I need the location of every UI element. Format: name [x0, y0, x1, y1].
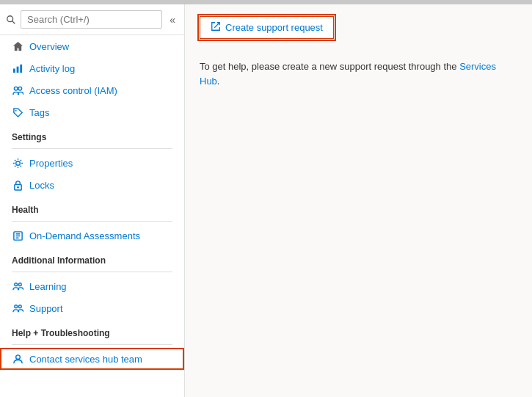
collapse-button[interactable]: «: [167, 12, 178, 27]
additional-section-label: Additional Information: [0, 247, 184, 269]
content-area: Create support request To get help, plea…: [185, 4, 532, 397]
sidebar-item-label: Overview: [29, 41, 69, 52]
health-section-label: Health: [0, 196, 184, 218]
svg-point-0: [7, 15, 13, 21]
sidebar-item-iam[interactable]: Access control (IAM): [0, 79, 184, 101]
sidebar: « Overview Activity log: [0, 4, 185, 397]
settings-section-label: Settings: [0, 123, 184, 145]
external-link-icon: [211, 21, 221, 34]
properties-icon: [12, 157, 23, 169]
lock-icon: [12, 179, 23, 191]
home-icon: [12, 40, 23, 52]
learning-icon: [12, 280, 23, 292]
sidebar-item-on-demand[interactable]: On-Demand Assessments: [0, 225, 184, 247]
main-layout: « Overview Activity log: [0, 4, 532, 397]
sidebar-item-overview[interactable]: Overview: [0, 35, 184, 57]
settings-divider: [12, 148, 172, 149]
support-icon: [12, 302, 23, 314]
svg-point-6: [18, 87, 21, 90]
assessment-icon: [12, 230, 23, 241]
services-hub-link[interactable]: Services Hub: [200, 61, 496, 87]
sidebar-item-learning[interactable]: Learning: [0, 275, 184, 297]
sidebar-item-label: Locks: [29, 180, 54, 191]
contact-icon: [12, 353, 23, 365]
svg-point-15: [14, 305, 17, 307]
sidebar-item-label: Properties: [29, 158, 73, 169]
svg-point-9: [15, 161, 20, 165]
sidebar-item-support[interactable]: Support: [0, 297, 184, 319]
svg-marker-7: [13, 108, 21, 116]
create-support-button-label: Create support request: [225, 22, 323, 33]
search-bar: «: [0, 4, 184, 35]
iam-icon: [12, 84, 23, 96]
svg-point-16: [18, 305, 21, 307]
svg-point-8: [15, 109, 16, 111]
help-text: To get help, please create a new support…: [200, 59, 517, 88]
sidebar-item-contact[interactable]: Contact services hub team: [0, 348, 184, 370]
svg-rect-4: [20, 64, 22, 72]
tag-icon: [12, 106, 23, 118]
svg-point-11: [17, 186, 19, 188]
sidebar-item-label: Tags: [29, 107, 49, 118]
search-icon: [6, 15, 16, 25]
sidebar-item-label: Support: [29, 303, 63, 314]
sidebar-item-activity-log[interactable]: Activity log: [0, 57, 184, 79]
sidebar-item-label: Contact services hub team: [29, 354, 142, 365]
help-divider: [12, 344, 172, 345]
svg-point-14: [18, 283, 21, 285]
sidebar-item-locks[interactable]: Locks: [0, 174, 184, 196]
health-divider: [12, 221, 172, 222]
svg-point-5: [14, 87, 18, 90]
additional-divider: [12, 272, 172, 272]
svg-point-13: [14, 283, 17, 285]
create-support-button[interactable]: Create support request: [200, 16, 334, 39]
help-section-label: Help + Troubleshooting: [0, 319, 184, 341]
svg-rect-2: [12, 68, 15, 73]
sidebar-item-properties[interactable]: Properties: [0, 152, 184, 174]
sidebar-item-label: Learning: [29, 281, 67, 292]
chart-icon: [12, 62, 23, 74]
svg-line-1: [12, 21, 15, 23]
svg-rect-3: [16, 66, 18, 72]
sidebar-item-label: Activity log: [29, 63, 75, 74]
sidebar-item-label: Access control (IAM): [29, 85, 117, 96]
sidebar-item-tags[interactable]: Tags: [0, 101, 184, 123]
search-input[interactable]: [21, 10, 162, 29]
svg-point-17: [15, 354, 20, 359]
action-bar: Create support request: [200, 16, 517, 39]
sidebar-item-label: On-Demand Assessments: [29, 230, 140, 241]
